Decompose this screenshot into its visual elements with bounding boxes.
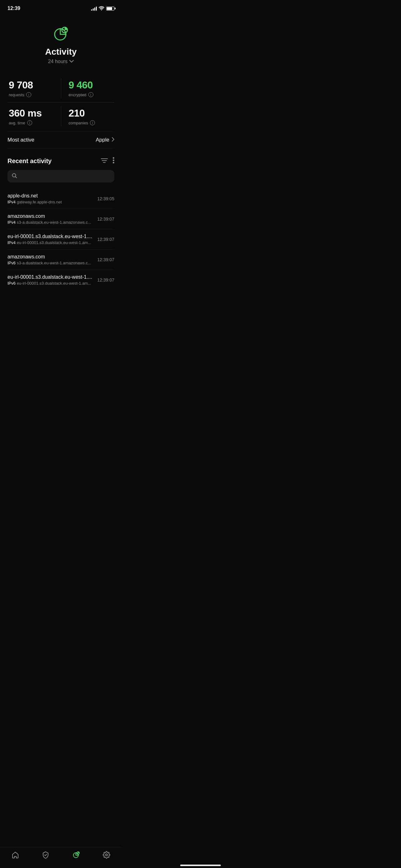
activity-subtitle: IPv4 gateway.fe.apple-dns.net <box>7 200 94 204</box>
list-item[interactable]: amazonaws.com IPv6 s3-a.dualstack.eu-wes… <box>7 250 114 270</box>
list-item[interactable]: eu-irl-00001.s3.dualstack.eu-west-1.... … <box>7 270 114 290</box>
search-icon <box>12 173 17 179</box>
chevron-right-icon <box>112 137 114 143</box>
svg-point-6 <box>113 160 114 161</box>
list-item[interactable]: amazonaws.com IPv4 s3-a.dualstack.eu-wes… <box>7 209 114 229</box>
domain-name: eu-irl-00001.s3.dualstack.eu-west-1.... <box>7 274 94 280</box>
status-bar: 12:39 <box>0 0 122 15</box>
activity-subtitle: IPv6 s3-a.dualstack.eu-west-1.amazonaws.… <box>7 260 94 265</box>
activity-time: 12:39:07 <box>97 277 114 282</box>
domain-name: amazonaws.com <box>7 213 94 219</box>
wifi-icon <box>99 6 104 11</box>
recent-activity-actions <box>101 157 114 165</box>
activity-subtitle: IPv4 s3-a.dualstack.eu-west-1.amazonaws.… <box>7 220 94 225</box>
signal-bars-icon <box>91 6 97 11</box>
search-bar[interactable] <box>7 170 114 183</box>
most-active-label: Most active <box>7 137 34 143</box>
time-filter-button[interactable]: 24 hours <box>48 59 74 64</box>
battery-icon <box>106 6 114 11</box>
domain-name: apple-dns.net <box>7 193 94 199</box>
encrypted-value: 9 460 <box>69 80 113 91</box>
encrypted-label: encrypted i <box>69 92 113 97</box>
recent-activity-header: Recent activity <box>7 157 114 165</box>
domain-name: amazonaws.com <box>7 254 94 260</box>
requests-stat: 9 708 requests i <box>7 75 61 101</box>
list-item[interactable]: eu-irl-00001.s3.dualstack.eu-west-1.... … <box>7 229 114 250</box>
svg-point-7 <box>113 162 114 163</box>
chevron-down-icon <box>69 59 74 64</box>
requests-value: 9 708 <box>9 80 56 91</box>
more-options-icon[interactable] <box>113 157 114 165</box>
encrypted-stat: 9 460 encrypted i <box>61 75 114 101</box>
activity-time: 12:39:07 <box>97 257 114 262</box>
avg-time-stat: 360 ms avg. time i <box>7 104 61 129</box>
filter-icon[interactable] <box>101 157 108 165</box>
companies-info-icon[interactable]: i <box>90 120 95 125</box>
activity-subtitle: IPv6 eu-irl-00001.s3.dualstack.eu-west-1… <box>7 281 94 286</box>
domain-name: eu-irl-00001.s3.dualstack.eu-west-1.... <box>7 234 94 239</box>
svg-line-9 <box>15 177 16 178</box>
page-title: Activity <box>45 47 76 57</box>
status-icons <box>91 6 114 11</box>
main-content: Activity 24 hours 9 708 requests i <box>0 15 122 321</box>
time-filter-label: 24 hours <box>48 59 67 64</box>
activity-list: apple-dns.net IPv4 gateway.fe.apple-dns.… <box>7 189 114 290</box>
recent-activity-title: Recent activity <box>7 157 52 165</box>
most-active-button[interactable]: Apple <box>96 137 114 143</box>
activity-time: 12:39:07 <box>97 237 114 242</box>
list-item[interactable]: apple-dns.net IPv4 gateway.fe.apple-dns.… <box>7 189 114 209</box>
status-time: 12:39 <box>7 6 20 11</box>
search-input[interactable] <box>20 174 110 179</box>
avg-time-value: 360 ms <box>9 107 56 119</box>
activity-time: 12:39:05 <box>97 196 114 201</box>
requests-label: requests i <box>9 92 56 97</box>
companies-value: 210 <box>69 107 113 119</box>
avg-time-info-icon[interactable]: i <box>27 120 32 125</box>
most-active-section: Most active Apple <box>7 131 114 148</box>
companies-stat: 210 companies i <box>61 104 114 129</box>
activity-time: 12:39:07 <box>97 217 114 221</box>
encrypted-info-icon[interactable]: i <box>89 92 93 97</box>
svg-point-5 <box>113 157 114 159</box>
avg-time-label: avg. time i <box>9 120 56 125</box>
activity-icon <box>52 24 70 43</box>
stats-section: 9 708 requests i 9 460 encrypted i <box>7 75 114 129</box>
requests-info-icon[interactable]: i <box>26 92 31 97</box>
activity-subtitle: IPv4 eu-irl-00001.s3.dualstack.eu-west-1… <box>7 240 94 245</box>
companies-label: companies i <box>69 120 113 125</box>
horizontal-divider <box>7 102 114 102</box>
most-active-value-text: Apple <box>96 137 109 143</box>
header-section: Activity 24 hours <box>7 21 114 71</box>
